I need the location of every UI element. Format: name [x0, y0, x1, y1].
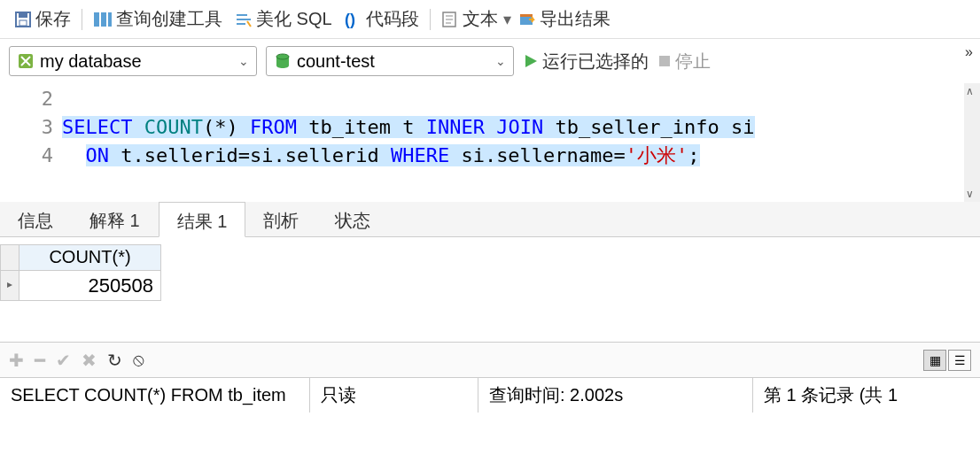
beautify-sql-label: 美化 SQL: [256, 7, 332, 31]
text-icon: [441, 11, 459, 28]
svg-rect-19: [659, 56, 670, 66]
status-readonly: 只读: [310, 378, 478, 413]
sql-text: ;: [688, 144, 699, 166]
cancel-button[interactable]: ✖: [82, 350, 97, 371]
stop-fetch-button[interactable]: ⦸: [133, 350, 144, 370]
stop-button: 停止: [657, 50, 711, 73]
connection-selector[interactable]: my database ⌄: [9, 46, 257, 76]
cell-value[interactable]: 250508: [19, 271, 161, 301]
save-icon: [14, 11, 32, 28]
svg-rect-4: [101, 12, 106, 27]
stop-icon: [657, 54, 672, 68]
code-snippet-label: 代码段: [366, 7, 419, 31]
status-bar: SELECT COUNT(*) FROM tb_item 只读 查询时间: 2.…: [0, 377, 980, 413]
run-button[interactable]: 运行已选择的: [523, 50, 649, 73]
svg-rect-1: [19, 13, 27, 18]
line-number: 2: [0, 85, 53, 113]
text-button[interactable]: 文本: [436, 5, 503, 33]
scroll-up-icon[interactable]: ∧: [966, 85, 974, 97]
beautify-sql-button[interactable]: 美化 SQL: [229, 5, 338, 33]
result-tabs: 信息 解释 1 结果 1 剖析 状态: [0, 202, 980, 237]
sql-text: (*): [203, 116, 238, 138]
grid-corner: [0, 244, 19, 271]
beautify-icon: [235, 11, 253, 28]
export-results-label: 导出结果: [540, 7, 611, 31]
run-label: 运行已选择的: [542, 50, 649, 73]
svg-rect-2: [19, 20, 27, 26]
table-row[interactable]: ▸ 250508: [0, 271, 980, 301]
sql-keyword: WHERE: [391, 144, 449, 166]
delete-row-button[interactable]: ━: [35, 350, 45, 371]
tab-explain[interactable]: 解释 1: [72, 202, 159, 236]
svg-text:(): (): [345, 11, 355, 28]
query-builder-icon: [93, 11, 113, 28]
status-record: 第 1 条记录 (共 1: [753, 378, 980, 413]
tab-result[interactable]: 结果 1: [159, 202, 246, 237]
export-results-button[interactable]: 导出结果: [513, 5, 616, 33]
overflow-chevron[interactable]: »: [965, 44, 973, 60]
sql-editor[interactable]: 2 3 4 SELECT COUNT(*) FROM tb_item t INN…: [0, 83, 980, 202]
tab-profile[interactable]: 剖析: [245, 202, 317, 236]
vertical-scrollbar[interactable]: ∧ ∨: [964, 83, 980, 202]
sql-text: si.sellername=: [461, 144, 625, 166]
line-number: 4: [0, 142, 53, 170]
sql-keyword: FROM: [250, 116, 297, 138]
line-gutter: 2 3 4: [0, 83, 62, 202]
apply-button[interactable]: ✔: [56, 350, 71, 371]
snippet-icon: (): [345, 11, 362, 28]
sql-keyword: JOIN: [496, 116, 543, 138]
text-dropdown-arrow[interactable]: ▾: [503, 10, 511, 29]
separator: [82, 9, 82, 30]
text-label: 文本: [463, 7, 498, 31]
sql-text: tb_seller_info si: [555, 116, 754, 138]
svg-rect-3: [94, 12, 99, 27]
tab-status[interactable]: 状态: [317, 202, 389, 236]
connection-icon: [17, 52, 35, 70]
save-button[interactable]: 保存: [9, 5, 76, 33]
svg-rect-5: [108, 12, 112, 27]
sql-text: t.sellerid=si.sellerid: [121, 144, 378, 166]
stop-label: 停止: [675, 50, 711, 73]
connection-toolbar: my database ⌄ count-test ⌄ 运行已选择的 停止 »: [0, 39, 980, 83]
status-query-time: 查询时间: 2.002s: [478, 378, 753, 413]
column-header[interactable]: COUNT(*): [19, 244, 161, 271]
grid-toolbar: ✚ ━ ✔ ✖ ↻ ⦸ ▦ ☰: [0, 342, 980, 377]
sql-keyword: ON: [86, 144, 110, 166]
code-area[interactable]: SELECT COUNT(*) FROM tb_item t INNER JOI…: [62, 83, 964, 202]
code-snippet-button[interactable]: () 代码段: [339, 5, 424, 33]
sql-keyword: SELECT: [62, 116, 132, 138]
query-builder-label: 查询创建工具: [116, 7, 222, 31]
sql-string: '小米': [626, 144, 688, 166]
tab-info[interactable]: 信息: [0, 202, 72, 236]
scroll-down-icon[interactable]: ∨: [966, 188, 974, 200]
svg-rect-15: [520, 14, 533, 17]
status-sql: SELECT COUNT(*) FROM tb_item: [0, 378, 310, 413]
line-number: 3: [0, 113, 53, 142]
chevron-down-icon: ⌄: [495, 54, 506, 68]
refresh-button[interactable]: ↻: [107, 350, 122, 371]
grid-view-button[interactable]: ▦: [923, 350, 946, 371]
main-toolbar: 保存 查询创建工具 美化 SQL () 代码段 文本 ▾ 导出结果: [0, 0, 980, 39]
database-label: count-test: [297, 51, 375, 72]
database-icon: [274, 52, 292, 70]
sql-func: COUNT: [144, 116, 203, 138]
row-indicator: ▸: [0, 271, 19, 301]
add-row-button[interactable]: ✚: [9, 350, 24, 371]
play-icon: [523, 53, 539, 69]
query-builder-button[interactable]: 查询创建工具: [88, 5, 228, 33]
database-selector[interactable]: count-test ⌄: [266, 46, 514, 76]
chevron-down-icon: ⌄: [238, 54, 249, 68]
connection-label: my database: [40, 51, 142, 72]
result-grid: COUNT(*) ▸ 250508: [0, 244, 980, 342]
view-mode-toggle: ▦ ☰: [923, 350, 971, 371]
save-label: 保存: [35, 7, 71, 31]
sql-keyword: INNER: [426, 116, 485, 138]
sql-text: tb_item t: [308, 116, 414, 138]
export-icon: [518, 11, 536, 28]
separator: [430, 9, 431, 30]
form-view-button[interactable]: ☰: [948, 350, 971, 371]
